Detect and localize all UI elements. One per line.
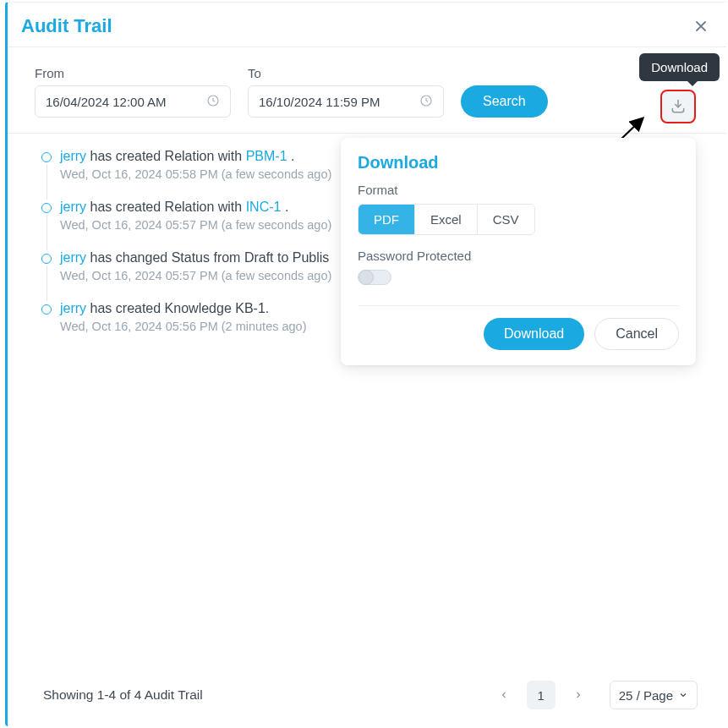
showing-text: Showing 1-4 of 4 Audit Trail [43,687,203,703]
clock-icon [419,94,433,110]
object-link[interactable]: INC-1 [246,200,282,214]
pager: 1 25 / Page [490,681,698,709]
modal-header: Audit Trail [8,3,726,47]
page-size-label: 25 / Page [619,688,673,703]
page-title: Audit Trail [21,15,112,37]
download-icon-button[interactable] [660,90,696,123]
format-csv[interactable]: CSV [478,205,534,234]
download-popover: Download Format PDF Excel CSV Password P… [341,138,696,365]
to-field: To 16/10/2024 11:59 PM [248,66,444,118]
password-label: Password Protected [358,249,679,263]
audit-trail-modal: Audit Trail Download From 16/04/2024 12:… [5,2,726,726]
from-label: From [35,66,231,80]
page-size-select[interactable]: 25 / Page [610,681,698,709]
cancel-button[interactable]: Cancel [594,318,679,350]
user-link[interactable]: jerry [60,301,86,315]
close-icon[interactable] [689,14,713,38]
password-toggle[interactable] [358,270,391,285]
from-field: From 16/04/2024 12:00 AM [35,66,231,118]
user-link[interactable]: jerry [60,250,86,265]
popover-divider [358,305,679,306]
timeline-bullet [41,152,52,162]
user-link[interactable]: jerry [60,149,86,163]
from-input[interactable]: 16/04/2024 12:00 AM [35,85,231,118]
from-value: 16/04/2024 12:00 AM [46,95,167,109]
format-segmented: PDF Excel CSV [358,204,535,235]
clock-icon [206,94,220,110]
timeline-bullet [41,304,52,315]
download-button[interactable]: Download [484,318,584,350]
to-label: To [248,66,444,80]
to-value: 16/10/2024 11:59 PM [259,95,380,109]
format-pdf[interactable]: PDF [359,205,415,234]
user-link[interactable]: jerry [60,200,86,214]
popover-title: Download [358,153,679,172]
format-excel[interactable]: Excel [415,205,478,234]
download-tooltip: Download [639,53,720,81]
timeline-bullet [41,254,52,264]
footer-bar: Showing 1-4 of 4 Audit Trail 1 25 / Page [13,667,725,726]
prev-page-button[interactable] [490,681,518,709]
filters-bar: From 16/04/2024 12:00 AM To 16/10/2024 1… [8,47,726,134]
format-label: Format [358,183,679,197]
chevron-down-icon [678,690,688,700]
search-button[interactable]: Search [461,85,548,118]
next-page-button[interactable] [564,681,593,709]
page-1-button[interactable]: 1 [527,681,556,709]
object-link[interactable]: PBM-1 [246,149,287,163]
timeline-bullet [41,203,52,213]
to-input[interactable]: 16/10/2024 11:59 PM [248,85,444,118]
